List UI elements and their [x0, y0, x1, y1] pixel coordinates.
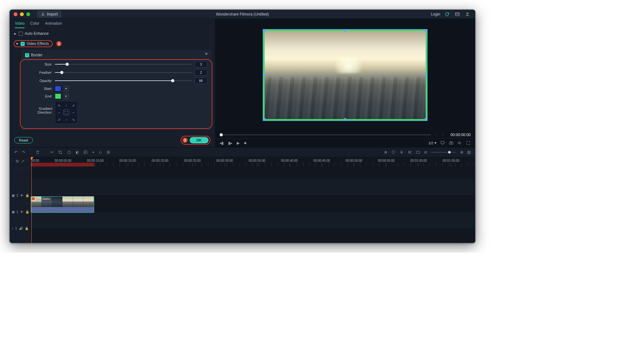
preview-frame[interactable] — [263, 29, 428, 121]
end-color-dropdown[interactable]: ▾ — [64, 93, 69, 99]
close-icon[interactable]: ✕ — [205, 52, 208, 56]
greenscreen-icon[interactable] — [83, 150, 88, 154]
track-v1[interactable]: Sea Video — [31, 195, 475, 213]
eye-icon[interactable]: 👁 — [20, 210, 23, 214]
clip-sea-video[interactable]: Sea Video — [31, 196, 94, 213]
dir-ne-icon[interactable]: ↗ — [70, 103, 76, 108]
dir-w-icon[interactable]: ← — [56, 110, 62, 115]
handle-r[interactable] — [425, 74, 427, 76]
gradient-direction-grid[interactable]: ↖ ↑ ↗ ← ⛶ → ↙ ↓ ↘ — [55, 101, 78, 124]
feather-value[interactable]: 2 — [195, 69, 207, 76]
prev-frame-icon[interactable]: ◂▮ — [220, 141, 224, 145]
track-a1[interactable] — [31, 213, 475, 228]
handle-b[interactable] — [344, 118, 346, 120]
opacity-value[interactable]: 86 — [195, 78, 207, 84]
dir-center-icon[interactable]: ⛶ — [63, 110, 69, 115]
track-spacer[interactable] — [31, 166, 475, 180]
handle-tr[interactable] — [425, 30, 427, 32]
undo-icon[interactable]: ↶ — [14, 150, 17, 154]
reset-button[interactable]: Reset — [14, 137, 33, 143]
maximize-icon[interactable] — [26, 12, 30, 16]
next-frame-icon[interactable]: ▮▸ — [228, 141, 232, 145]
fit-icon[interactable]: ▤ — [467, 150, 471, 154]
display-icon[interactable] — [440, 141, 445, 145]
track-header-v2[interactable]: ▣ 2 👁 🔒 — [10, 188, 30, 203]
close-icon[interactable] — [14, 12, 17, 16]
crop-icon[interactable] — [58, 150, 62, 154]
dir-s-icon[interactable]: ↓ — [63, 116, 69, 122]
cut-icon[interactable]: ✄ — [50, 150, 54, 154]
mixer-icon[interactable] — [408, 150, 412, 154]
redo-icon[interactable]: ↷ — [22, 150, 25, 154]
playhead[interactable] — [31, 157, 32, 243]
track-v2[interactable] — [31, 180, 475, 195]
timeline-ruler[interactable]: 00:00:00:0000:00:05:0000:00:10:0000:00:1… — [31, 157, 475, 166]
preview-zoom-select[interactable]: 1/2 ▾ — [428, 141, 436, 145]
feather-slider[interactable] — [55, 70, 192, 75]
track-header-a1[interactable]: ♪ 1 🔊 🔒 — [10, 221, 30, 236]
track-header-v1[interactable]: ▣ 1 👁 🔒 — [10, 203, 30, 221]
dir-e-icon[interactable]: → — [70, 110, 76, 115]
unlink-icon[interactable]: ⤢ — [21, 159, 24, 163]
user-icon[interactable] — [465, 12, 471, 17]
keyframe-icon[interactable]: ◇ — [99, 150, 102, 154]
minimize-icon[interactable] — [20, 12, 24, 16]
end-color-swatch[interactable] — [55, 93, 61, 99]
scrub-slider[interactable] — [220, 135, 431, 135]
zoom-in-icon[interactable]: ⊕ — [460, 150, 463, 154]
zoom-out-icon[interactable]: ⊖ — [424, 150, 427, 154]
timeline-main[interactable]: 00:00:00:0000:00:05:0000:00:10:0000:00:1… — [31, 157, 475, 243]
mark-in-out-icon[interactable]: 〈 〉 — [434, 133, 448, 137]
size-value[interactable]: 3 — [195, 61, 207, 67]
stop-icon[interactable]: ■ — [244, 141, 246, 145]
delete-icon[interactable] — [35, 150, 40, 154]
size-slider[interactable] — [55, 62, 192, 66]
video-effects-checkbox[interactable]: ✓ — [21, 42, 25, 46]
handle-l[interactable] — [263, 74, 266, 76]
border-header[interactable]: ✓ Border — [25, 52, 207, 59]
volume-icon[interactable] — [457, 141, 462, 145]
handle-br[interactable] — [425, 118, 427, 120]
handle-tl[interactable] — [263, 30, 266, 32]
lock-icon[interactable]: 🔒 — [25, 210, 29, 214]
mic-icon[interactable] — [399, 150, 404, 154]
fullscreen-icon[interactable] — [466, 141, 471, 145]
video-effects-row[interactable]: ▾ ✓ Video Effects 1 — [14, 39, 211, 48]
timeline-zoom-slider[interactable] — [431, 152, 456, 153]
border-checkbox[interactable]: ✓ — [25, 53, 29, 57]
start-color-dropdown[interactable]: ▾ — [64, 86, 69, 91]
auto-enhance-row[interactable]: ▸ Auto Enhance — [14, 30, 211, 37]
handle-bl[interactable] — [263, 118, 266, 120]
auto-enhance-checkbox[interactable] — [19, 32, 23, 36]
adjust-icon[interactable] — [106, 150, 111, 154]
lock-icon[interactable]: 🔒 — [25, 227, 29, 230]
link-clips-icon[interactable]: ⧉ — [16, 159, 19, 163]
shield-icon[interactable] — [391, 150, 396, 154]
speaker-icon[interactable]: 🔊 — [19, 227, 23, 230]
focus-icon[interactable]: ⌖ — [92, 150, 94, 154]
dir-n-icon[interactable]: ↑ — [63, 103, 69, 108]
tab-video[interactable]: Video — [15, 21, 24, 28]
aspect-icon[interactable] — [416, 150, 420, 154]
marker-icon[interactable]: ⊕ — [384, 150, 387, 154]
color-icon[interactable]: ◐ — [76, 150, 79, 154]
ok-button[interactable]: OK — [190, 137, 209, 143]
mail-icon[interactable] — [455, 12, 460, 17]
sync-icon[interactable] — [445, 12, 450, 17]
lock-icon[interactable]: 🔒 — [25, 194, 29, 197]
preview-stage[interactable] — [215, 19, 475, 131]
dir-nw-icon[interactable]: ↖ — [56, 103, 62, 108]
track-empty[interactable] — [31, 228, 475, 243]
tab-animation[interactable]: Animation — [45, 21, 62, 28]
import-button[interactable]: Import — [37, 11, 61, 18]
speed-icon[interactable] — [67, 150, 71, 154]
handle-t[interactable] — [344, 30, 346, 32]
eye-icon[interactable]: 👁 — [20, 194, 23, 197]
snapshot-icon[interactable] — [449, 141, 454, 145]
start-color-swatch[interactable] — [55, 86, 61, 91]
dir-sw-icon[interactable]: ↙ — [56, 116, 62, 122]
tab-color[interactable]: Color — [30, 21, 39, 28]
dir-se-icon[interactable]: ↘ — [70, 116, 76, 122]
login-link[interactable]: Login — [431, 12, 440, 16]
opacity-slider[interactable] — [55, 78, 192, 83]
